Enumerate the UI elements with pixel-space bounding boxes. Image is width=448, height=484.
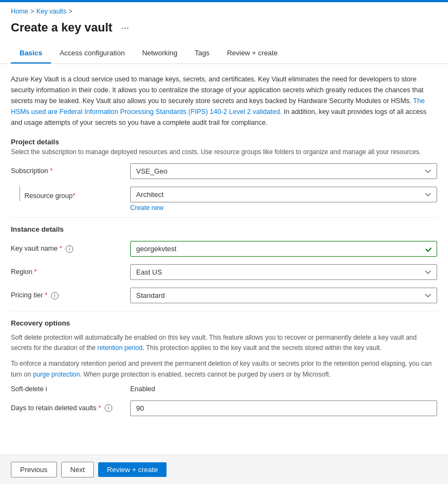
tabs-row: Basics Access configuration Networking T… [0, 43, 448, 64]
breadcrumb-sep2: > [68, 8, 72, 15]
soft-delete-label: Soft-delete i [11, 385, 130, 393]
description-text: Azure Key Vault is a cloud service used … [11, 74, 437, 128]
rg-required: * [73, 192, 75, 200]
recovery-section: Recovery options Soft delete protection … [11, 319, 437, 380]
subscription-select[interactable]: VSE_Geo [130, 163, 437, 179]
divider1 [11, 217, 437, 218]
tab-access-configuration[interactable]: Access configuration [51, 43, 133, 63]
soft-delete-info-icon[interactable]: i [46, 385, 47, 393]
tab-basics[interactable]: Basics [11, 43, 51, 63]
region-select[interactable]: East US [130, 264, 437, 280]
subscription-required: * [50, 167, 53, 175]
pricing-tier-row: Pricing tier * i Standard [11, 288, 437, 303]
tab-networking[interactable]: Networking [133, 43, 186, 63]
resource-group-row: Resource group * Architect Create new [11, 187, 437, 212]
key-vault-name-row: Key vault name * i [11, 241, 437, 257]
days-required: * [98, 404, 101, 412]
previous-button[interactable]: Previous [11, 462, 57, 477]
resource-group-select[interactable]: Architect [130, 187, 437, 202]
resource-group-label: Resource group * [11, 187, 130, 201]
soft-delete-row: Soft-delete i Enabled [11, 385, 437, 393]
tab-review-create[interactable]: Review + create [218, 43, 286, 63]
recovery-desc1-link: retention period. [97, 344, 144, 352]
review-create-button[interactable]: Review + create [98, 462, 167, 477]
breadcrumb-home[interactable]: Home [11, 8, 28, 15]
pricing-tier-control: Standard [130, 288, 437, 303]
description-link1: The HSMs used are Federal Information Pr… [11, 97, 425, 116]
subscription-row: Subscription * VSE_Geo [11, 163, 437, 179]
breadcrumb-sep1: > [30, 8, 34, 15]
instance-details-section: Instance details [11, 225, 437, 233]
key-vault-name-control [130, 241, 437, 257]
tab-tags[interactable]: Tags [186, 43, 218, 63]
footer-bar: Previous Next Review + create [0, 455, 448, 484]
kvname-required: * [60, 245, 62, 252]
breadcrumb: Home > Key vaults > [0, 2, 448, 18]
days-retain-info-icon[interactable]: i [105, 404, 112, 412]
days-retain-label: Days to retain deleted vaults * i [11, 400, 130, 412]
key-vault-name-info-icon[interactable]: i [66, 245, 73, 253]
create-new-link[interactable]: Create new [130, 204, 163, 212]
instance-details-title: Instance details [11, 225, 437, 233]
project-details-title: Project details [11, 138, 437, 146]
recovery-desc1: Soft delete protection will automaticall… [11, 333, 437, 353]
pricing-required: * [45, 291, 48, 299]
subscription-control: VSE_Geo [130, 163, 437, 179]
pricing-tier-select[interactable]: Standard [130, 288, 437, 303]
region-row: Region * East US [11, 264, 437, 280]
divider2 [11, 311, 437, 311]
key-vault-name-label: Key vault name * i [11, 241, 130, 253]
recovery-desc2: To enforce a mandatory retention period … [11, 359, 437, 379]
recovery-desc2-link: purge protection. [33, 371, 82, 378]
key-vault-name-input[interactable] [130, 241, 437, 257]
soft-delete-value: Enabled [130, 385, 155, 393]
recovery-title: Recovery options [11, 319, 437, 327]
days-retain-input[interactable] [130, 400, 437, 416]
page-title-row: Create a key vault ··· [0, 18, 448, 43]
subscription-label: Subscription * [11, 163, 130, 175]
next-button[interactable]: Next [61, 462, 94, 477]
pricing-tier-label: Pricing tier * i [11, 288, 130, 300]
days-retain-row: Days to retain deleted vaults * i [11, 400, 437, 416]
region-required: * [34, 268, 37, 276]
breadcrumb-keyvaults[interactable]: Key vaults [36, 8, 66, 15]
content-area: Azure Key Vault is a cloud service used … [0, 64, 448, 467]
project-details-desc: Select the subscription to manage deploy… [11, 148, 437, 156]
page-title: Create a key vault [11, 21, 112, 35]
resource-group-control: Architect Create new [130, 187, 437, 212]
region-label: Region * [11, 264, 130, 276]
ellipsis-button[interactable]: ··· [118, 21, 132, 35]
region-control: East US [130, 264, 437, 280]
days-retain-control [130, 400, 437, 416]
pricing-tier-info-icon[interactable]: i [51, 292, 59, 300]
